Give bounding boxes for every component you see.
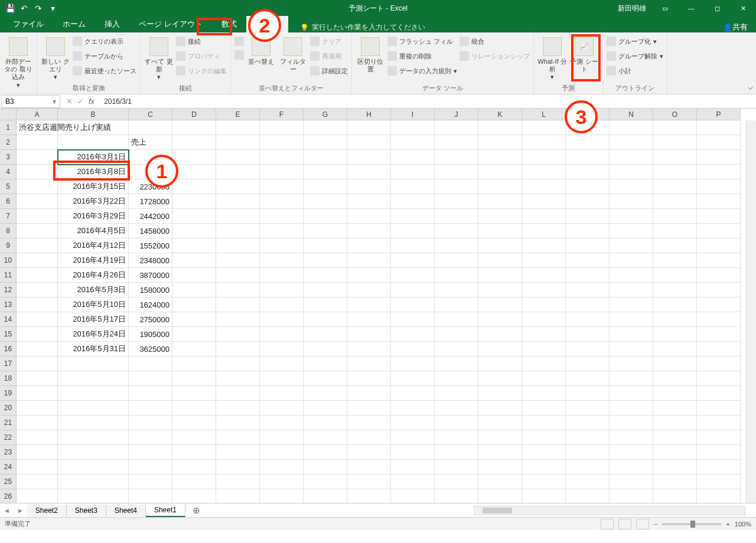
cell[interactable] <box>172 253 216 268</box>
cell[interactable] <box>697 416 741 430</box>
cell[interactable] <box>304 194 347 209</box>
cell[interactable] <box>522 209 566 224</box>
cell[interactable] <box>172 475 216 489</box>
cell[interactable] <box>391 430 435 445</box>
new-query-button[interactable]: 新しい クエリ ▾ <box>41 35 70 81</box>
cell[interactable] <box>260 194 304 209</box>
cell[interactable] <box>172 312 216 327</box>
cell[interactable] <box>17 253 58 268</box>
cell[interactable] <box>391 327 435 342</box>
zoom-in-icon[interactable]: + <box>726 521 729 528</box>
cell[interactable] <box>260 312 304 327</box>
cell[interactable] <box>129 460 172 475</box>
cell[interactable] <box>610 460 653 475</box>
cell[interactable] <box>610 283 653 297</box>
cell[interactable] <box>478 268 522 283</box>
cell[interactable]: 1552000 <box>129 238 172 253</box>
cell[interactable] <box>347 135 391 150</box>
cell[interactable] <box>17 371 58 386</box>
spreadsheet-grid[interactable]: ABCDEFGHIJKLMNOP1渋谷支店週間売り上げ実績2売上32016年3月… <box>0 109 756 503</box>
cell[interactable] <box>478 445 522 460</box>
cell[interactable] <box>435 283 478 297</box>
cell[interactable] <box>610 268 653 283</box>
cell[interactable] <box>260 283 304 297</box>
cell[interactable] <box>304 460 347 475</box>
cell[interactable] <box>697 475 741 489</box>
cell[interactable]: 2016年5月17日 <box>58 312 129 327</box>
cell[interactable]: 2016年4月19日 <box>58 253 129 268</box>
cell[interactable] <box>610 165 653 179</box>
cell[interactable] <box>435 327 478 342</box>
cell[interactable] <box>17 430 58 445</box>
cell[interactable] <box>129 356 172 371</box>
cell[interactable] <box>522 268 566 283</box>
cell[interactable] <box>347 224 391 238</box>
cell[interactable] <box>610 386 653 401</box>
cell[interactable] <box>610 194 653 209</box>
group-button[interactable]: グループ化 ▾ <box>607 35 663 48</box>
cell[interactable] <box>58 489 129 503</box>
cell[interactable] <box>347 120 391 135</box>
column-header[interactable]: L <box>522 109 566 120</box>
cell[interactable] <box>58 386 129 401</box>
cancel-icon[interactable]: ✕ <box>66 97 73 106</box>
cell[interactable] <box>610 209 653 224</box>
cell[interactable] <box>260 430 304 445</box>
consolidate-button[interactable]: 統合 <box>460 35 530 48</box>
cell[interactable] <box>653 430 697 445</box>
cell[interactable] <box>216 179 260 194</box>
remove-duplicates-button[interactable]: 重複の削除 <box>387 50 457 63</box>
from-table-button[interactable]: テーブルから <box>73 50 136 63</box>
cell[interactable] <box>566 135 610 150</box>
external-data-button[interactable]: 外部データの 取り込み ▾ <box>4 35 33 89</box>
cell[interactable] <box>216 430 260 445</box>
enter-icon[interactable]: ✓ <box>77 97 84 106</box>
cell[interactable] <box>435 209 478 224</box>
cell[interactable] <box>566 297 610 312</box>
cell[interactable]: 売上 <box>129 135 172 150</box>
cell[interactable]: 2016年5月10日 <box>58 297 129 312</box>
cell[interactable] <box>391 297 435 312</box>
cell[interactable] <box>17 342 58 356</box>
row-header[interactable]: 26 <box>0 489 17 503</box>
cell[interactable] <box>653 386 697 401</box>
sheet-tab[interactable]: Sheet1 <box>146 504 185 517</box>
tab-formulas[interactable]: 数式 <box>212 16 246 32</box>
cell[interactable] <box>391 356 435 371</box>
cell[interactable] <box>304 297 347 312</box>
cell[interactable] <box>216 371 260 386</box>
cell[interactable] <box>478 224 522 238</box>
close-icon[interactable]: ✕ <box>730 0 756 17</box>
cell[interactable] <box>522 297 566 312</box>
cell[interactable] <box>347 209 391 224</box>
cell[interactable] <box>391 268 435 283</box>
cell[interactable] <box>478 209 522 224</box>
column-header[interactable]: B <box>58 109 129 120</box>
page-break-view-icon[interactable] <box>636 519 649 529</box>
cell[interactable] <box>172 238 216 253</box>
cell[interactable] <box>172 179 216 194</box>
cell[interactable] <box>566 224 610 238</box>
cell[interactable] <box>304 445 347 460</box>
cell[interactable] <box>697 209 741 224</box>
cell[interactable] <box>172 401 216 416</box>
cell[interactable] <box>566 416 610 430</box>
cell[interactable] <box>347 460 391 475</box>
cell[interactable] <box>58 416 129 430</box>
cell[interactable] <box>216 120 260 135</box>
row-header[interactable]: 2 <box>0 135 17 150</box>
cell[interactable] <box>522 460 566 475</box>
cell[interactable] <box>478 401 522 416</box>
cell[interactable] <box>478 312 522 327</box>
column-header[interactable] <box>0 109 17 120</box>
cell[interactable] <box>697 179 741 194</box>
cell[interactable] <box>435 194 478 209</box>
cell[interactable] <box>172 460 216 475</box>
cell[interactable] <box>610 238 653 253</box>
cell[interactable] <box>610 371 653 386</box>
cell[interactable] <box>566 356 610 371</box>
cell[interactable] <box>610 489 653 503</box>
cell[interactable] <box>653 342 697 356</box>
cell[interactable]: 2750000 <box>129 312 172 327</box>
cell[interactable] <box>17 283 58 297</box>
